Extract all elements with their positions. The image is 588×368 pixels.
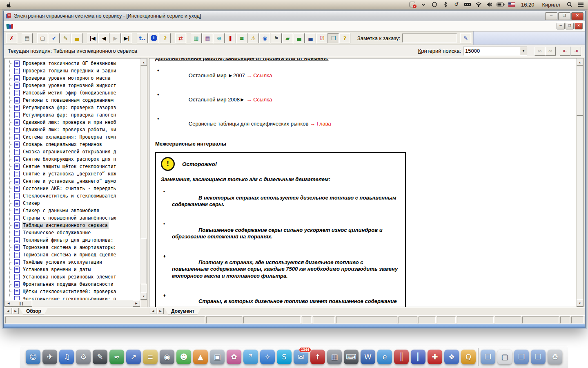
messages-app[interactable]: ❞ (243, 350, 258, 364)
tree-item[interactable]: Снятие защиты щёток стеклоочистит (5, 163, 140, 170)
tree-item[interactable]: Проверка уровня моторного масла (5, 74, 140, 82)
file-document[interactable]: ▢ (497, 350, 512, 364)
tree-item[interactable]: Щётки стеклоочистителей: проверка (5, 288, 140, 295)
document-list-button[interactable]: ≡ (236, 33, 247, 43)
vlc[interactable]: ▲ (193, 350, 208, 364)
tree-item[interactable]: Сдвижной люк: проверка работы, чи (5, 126, 140, 133)
nav-next-button[interactable]: ▶ (110, 33, 121, 43)
tab-scroll-left-icon[interactable]: ◀ (150, 308, 156, 314)
tree-item[interactable]: Стикер (5, 200, 140, 207)
barcode-app-red[interactable]: ║ (394, 350, 409, 364)
word-like-app[interactable]: W (361, 350, 375, 364)
calculator-app[interactable]: ▦ (327, 350, 342, 364)
tree-item[interactable]: Установка времени и даты (5, 266, 140, 273)
print-button[interactable]: ▤ (22, 33, 33, 43)
chevron-down-icon[interactable] (419, 1, 428, 8)
history-button[interactable]: t.. (137, 33, 148, 43)
tree-item[interactable]: Проверка уровня тормозной жидкост (5, 82, 140, 89)
scrollbar-thumb[interactable]: ▌▌ (12, 300, 32, 307)
folder-apps[interactable]: ❒ (531, 350, 546, 364)
tree-item[interactable]: Регионы с повышенным содержанием (5, 96, 140, 104)
document-link[interactable]: → Ссылка (247, 96, 272, 103)
mdi-close-button[interactable]: ✕ (575, 23, 583, 29)
document-mosaic-button[interactable]: ▦ (202, 33, 213, 43)
trash[interactable]: ♻ (548, 350, 562, 364)
scrollbar-thumb[interactable] (140, 238, 147, 284)
tree-item[interactable]: Стеклоочиститель и стеклоомывател (5, 192, 140, 200)
scroll-right-icon[interactable]: ▶ (133, 300, 140, 307)
bluetooth-icon[interactable] (441, 1, 450, 8)
music-app[interactable]: ♫ (59, 350, 74, 364)
tree-item[interactable]: Снятие и установка „верхнего“ кож (5, 170, 140, 177)
tree-item[interactable]: Топливный фильтр для дизтоплива: (5, 236, 140, 244)
camera-app[interactable]: ◉ (160, 350, 174, 364)
abort-button[interactable]: ✗ (6, 33, 17, 43)
folder-documents[interactable]: ❒ (481, 350, 495, 364)
tree-item[interactable]: Словарь специальных терминов (5, 141, 140, 148)
tree-item[interactable]: Стикер с данными автомобиля (5, 207, 140, 214)
search-global-button[interactable]: ∞ (545, 47, 556, 56)
cube-app[interactable]: ❖ (444, 350, 459, 364)
car-info-button[interactable]: ▄ (305, 33, 316, 43)
preview-app[interactable]: ▣ (210, 350, 225, 364)
tree-item[interactable]: Тормозная система и привод сцепле (5, 251, 140, 258)
jump-forward-button[interactable]: ⇥ (570, 47, 581, 56)
safari[interactable]: ✧ (260, 350, 275, 364)
barcode-app-blue[interactable]: ║ (411, 350, 425, 364)
tree-item[interactable]: Проверка токсичности ОГ бензиновы (5, 60, 140, 67)
document-film-button[interactable]: ▥ (191, 33, 202, 43)
tree-item[interactable]: Регулировка фар: проверка галоген (5, 111, 140, 119)
nav-last-button[interactable]: ▶| (121, 33, 132, 43)
tree-item[interactable]: Фронтальная подушка безопасности (5, 280, 140, 288)
ie-app[interactable]: e (377, 350, 392, 364)
notification-list-icon[interactable] (577, 1, 585, 8)
close-button[interactable]: ✕ (571, 12, 584, 20)
apple-menu[interactable] (3, 2, 13, 8)
flag-button[interactable]: ⚑ (271, 33, 282, 43)
flash-app[interactable]: f (310, 350, 325, 364)
finder[interactable]: ☺ (26, 350, 40, 364)
quicktime-app[interactable]: Q (461, 350, 476, 364)
car-green-button[interactable]: ▄ (294, 33, 305, 43)
tree-item[interactable]: Рапсовый метил-эфир (биодизельное (5, 89, 140, 96)
tree-item[interactable]: Страны с повышенной запылённостью (5, 214, 140, 222)
tree-item[interactable]: Таблицы инспекционного сервиса (5, 222, 140, 229)
warning-button[interactable]: ⚠ (248, 33, 259, 43)
tree-item[interactable]: Тормозная система и амортизаторы: (5, 244, 140, 251)
scroll-up-icon[interactable]: ▲ (140, 58, 147, 66)
scroll-down-icon[interactable]: ▼ (577, 299, 583, 307)
tree-item[interactable]: Состояние АКБ: считать - передать (5, 185, 140, 192)
tree-item[interactable]: Сдвижной люк: проверка и при необ (5, 119, 140, 126)
battery-icon[interactable] (497, 1, 505, 8)
mail-app[interactable]: ✉ 1344 (294, 350, 308, 364)
red-book-button[interactable]: ❚ (225, 33, 236, 43)
tab-scroll-left-icon[interactable]: ◀ (5, 308, 11, 314)
time-machine-icon[interactable]: ↺ (452, 1, 461, 8)
vehicle-button[interactable]: ▄ (71, 33, 82, 43)
eraser-button[interactable]: ▰ (282, 33, 293, 43)
help-button[interactable]: ? (160, 33, 171, 43)
new-document-button[interactable]: ▢ (37, 33, 48, 43)
tree-horizontal-scrollbar[interactable]: ◀ ▌▌ ▶ (5, 300, 140, 307)
scroll-left-icon[interactable]: ◀ (5, 300, 12, 307)
nav-prev-button[interactable]: ◀ (98, 33, 109, 43)
maximize-button[interactable]: ❐ (558, 12, 570, 20)
tree-item[interactable]: Установка новых резиновых элемент (5, 273, 140, 280)
tab-overview[interactable]: Обзор (20, 308, 48, 314)
new-note-button[interactable]: ✎ (60, 33, 71, 43)
tree-item[interactable]: Тяжёлые условия эксплуатации (5, 258, 140, 266)
tree-vertical-scrollbar[interactable]: ▲ ▼ (140, 58, 147, 300)
input-source-flag-icon[interactable] (508, 1, 516, 8)
minimize-button[interactable]: ─ (545, 12, 557, 20)
document-link[interactable]: → Глава (310, 121, 331, 127)
window-title-bar[interactable]: Электронная справочная система по сервис… (4, 11, 585, 21)
tree-item[interactable]: Регулировка фар: проверка газораз (5, 104, 140, 111)
document-help-button[interactable]: ? (339, 33, 350, 43)
scroll-up-icon[interactable]: ▲ (577, 58, 583, 66)
search-criteria-combo[interactable]: 15000 ▼ (463, 47, 527, 56)
tab-document[interactable]: Документ (165, 308, 201, 314)
jump-back-button[interactable]: ⇤ (560, 47, 570, 56)
tree-item[interactable]: Снятие и установка „нижнего“ шумо (5, 177, 140, 185)
tree-item[interactable]: Снятие блокирующих распорок для п (5, 155, 140, 163)
document-link[interactable]: → Ссылка (247, 72, 272, 79)
